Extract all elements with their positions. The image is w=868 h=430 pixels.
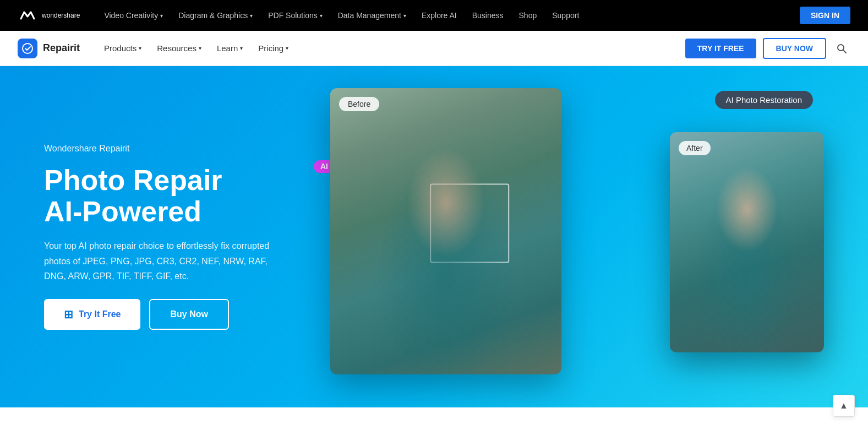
logo-icon bbox=[18, 6, 37, 25]
before-photo-card: Before bbox=[330, 88, 561, 374]
before-label: Before bbox=[339, 97, 379, 111]
chevron-up-icon: ▲ bbox=[839, 401, 848, 407]
top-nav-explore-ai[interactable]: Explore AI bbox=[415, 7, 463, 24]
ai-photo-restoration-tag: AI Photo Restoration bbox=[715, 91, 813, 109]
svg-point-0 bbox=[23, 43, 32, 53]
before-photo bbox=[330, 88, 561, 374]
after-label: After bbox=[679, 141, 711, 155]
sec-nav-resources[interactable]: Resources ▾ bbox=[150, 39, 208, 57]
sec-nav-items: Products ▾ Resources ▾ Learn ▾ Pricing ▾ bbox=[97, 39, 681, 57]
scroll-to-top-button[interactable]: ▲ bbox=[833, 395, 855, 407]
wondershare-name: wondershare bbox=[42, 12, 80, 19]
top-nav-pdf-solutions[interactable]: PDF Solutions ▾ bbox=[261, 7, 329, 24]
repairit-icon bbox=[18, 39, 37, 58]
sec-nav-products[interactable]: Products ▾ bbox=[97, 39, 148, 57]
chevron-down-icon: ▾ bbox=[250, 13, 253, 19]
search-icon[interactable] bbox=[833, 40, 850, 57]
after-photo bbox=[670, 132, 824, 352]
sec-nav-learn[interactable]: Learn ▾ bbox=[210, 39, 249, 57]
top-nav-data-management[interactable]: Data Management ▾ bbox=[331, 7, 413, 24]
chevron-down-icon: ▾ bbox=[160, 13, 163, 19]
top-navigation: wondershare Video Creativity ▾ Diagram &… bbox=[0, 0, 868, 31]
chevron-down-icon: ▾ bbox=[199, 45, 201, 51]
wondershare-logo[interactable]: wondershare bbox=[18, 6, 80, 25]
top-nav-support[interactable]: Support bbox=[545, 7, 586, 24]
hero-buy-now-button[interactable]: Buy Now bbox=[149, 299, 228, 330]
chevron-down-icon: ▾ bbox=[320, 13, 323, 19]
try-it-free-header-button[interactable]: TRY IT FREE bbox=[685, 39, 756, 58]
top-nav-business[interactable]: Business bbox=[466, 7, 510, 24]
windows-icon: ⊞ bbox=[64, 308, 73, 321]
hero-description: Your top AI photo repair choice to effor… bbox=[44, 238, 286, 284]
top-nav-shop[interactable]: Shop bbox=[512, 7, 544, 24]
secondary-navigation: Repairit Products ▾ Resources ▾ Learn ▾ … bbox=[0, 31, 868, 66]
top-nav-right: SIGN IN bbox=[800, 7, 850, 24]
chevron-down-icon: ▾ bbox=[240, 45, 243, 51]
hero-title-block: Photo Repair AI AI-Powered bbox=[44, 165, 308, 227]
hero-content: Wondershare Repairit Photo Repair AI AI-… bbox=[44, 99, 308, 374]
hero-title: Photo Repair AI AI-Powered bbox=[44, 165, 308, 227]
after-photo-card: After bbox=[670, 132, 824, 352]
repairit-logo[interactable]: Repairit bbox=[18, 39, 80, 58]
hero-subtitle: Wondershare Repairit bbox=[44, 144, 308, 154]
hero-section: Wondershare Repairit Photo Repair AI AI-… bbox=[0, 66, 868, 407]
sec-nav-right: TRY IT FREE BUY NOW bbox=[685, 38, 850, 59]
chevron-down-icon: ▾ bbox=[403, 13, 406, 19]
top-nav-items: Video Creativity ▾ Diagram & Graphics ▾ … bbox=[97, 7, 795, 24]
repairit-brand-name: Repairit bbox=[43, 42, 80, 54]
sign-in-button[interactable]: SIGN IN bbox=[800, 7, 850, 24]
top-nav-video-creativity[interactable]: Video Creativity ▾ bbox=[97, 7, 170, 24]
chevron-down-icon: ▾ bbox=[286, 45, 288, 51]
hero-buttons: ⊞ Try It Free Buy Now bbox=[44, 299, 308, 330]
buy-now-header-button[interactable]: BUY NOW bbox=[763, 38, 826, 59]
sec-nav-pricing[interactable]: Pricing ▾ bbox=[252, 39, 295, 57]
hero-try-free-button[interactable]: ⊞ Try It Free bbox=[44, 299, 140, 330]
top-nav-diagram-graphics[interactable]: Diagram & Graphics ▾ bbox=[172, 7, 259, 24]
chevron-down-icon: ▾ bbox=[139, 45, 141, 51]
hero-images-area: Before AI Photo Restoration After bbox=[330, 99, 824, 374]
